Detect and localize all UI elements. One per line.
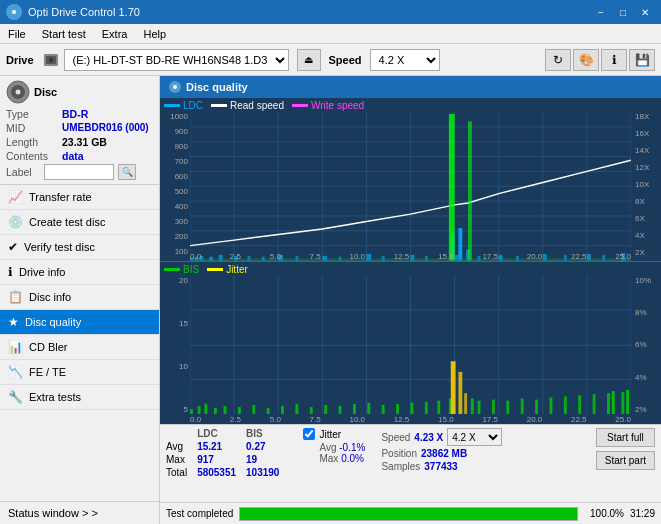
y-right-8pct: 8% — [635, 308, 659, 317]
menu-extra[interactable]: Extra — [98, 27, 132, 41]
svg-rect-115 — [612, 391, 615, 414]
svg-rect-97 — [425, 401, 428, 414]
sidebar-item-transfer-rate[interactable]: 📈 Transfer rate — [0, 185, 159, 210]
eject-button[interactable]: ⏏ — [297, 49, 321, 71]
save-button[interactable]: 💾 — [629, 49, 655, 71]
speed-select[interactable]: 4.2 X — [370, 49, 440, 71]
info-button[interactable]: ℹ — [601, 49, 627, 71]
y-top-700: 700 — [162, 157, 188, 166]
y-right-8x: 8X — [635, 197, 659, 206]
legend-ldc-label: LDC — [183, 100, 203, 111]
legend-bis-label: BIS — [183, 264, 199, 275]
y-right-6pct: 6% — [635, 340, 659, 349]
avg-ldc: 15.21 — [197, 440, 246, 453]
app-icon — [6, 4, 22, 20]
window-controls: − □ ✕ — [591, 3, 655, 21]
svg-rect-89 — [310, 407, 313, 414]
progress-bar-fill — [240, 508, 577, 520]
jitter-label: Jitter — [319, 429, 341, 440]
start-full-button[interactable]: Start full — [596, 428, 655, 447]
x-bot-5: 5.0 — [270, 415, 281, 424]
minimize-button[interactable]: − — [591, 3, 611, 21]
sidebar-item-disc-quality[interactable]: ★ Disc quality — [0, 310, 159, 335]
svg-point-1 — [12, 10, 16, 14]
speed-stat-val: 4.23 X — [414, 432, 443, 443]
legend-read-speed: Read speed — [211, 100, 284, 111]
svg-rect-109 — [550, 397, 553, 414]
sidebar-item-disc-info-label: Disc info — [29, 291, 71, 303]
theme-button[interactable]: 🎨 — [573, 49, 599, 71]
status-window-button[interactable]: Status window > > — [0, 501, 159, 524]
menu-help[interactable]: Help — [139, 27, 170, 41]
svg-rect-85 — [252, 404, 255, 414]
svg-rect-96 — [411, 402, 414, 414]
disc-label-input[interactable] — [44, 164, 114, 180]
y-top-500: 500 — [162, 187, 188, 196]
svg-rect-108 — [535, 399, 538, 414]
bis-dot — [164, 268, 180, 271]
x-top-10: 10.0 — [349, 252, 365, 261]
row-avg-label: Avg — [166, 440, 197, 453]
menu-start-test[interactable]: Start test — [38, 27, 90, 41]
legend-read-speed-label: Read speed — [230, 100, 284, 111]
samples-val: 377433 — [424, 461, 457, 472]
svg-rect-88 — [295, 403, 298, 414]
menu-file[interactable]: File — [4, 27, 30, 41]
svg-rect-113 — [607, 393, 610, 414]
disc-label-search-button[interactable]: 🔍 — [118, 164, 136, 180]
svg-rect-101 — [458, 371, 462, 414]
cd-bler-icon: 📊 — [8, 340, 23, 354]
max-ldc: 917 — [197, 453, 246, 466]
close-button[interactable]: ✕ — [635, 3, 655, 21]
drive-select[interactable]: (E:) HL-DT-ST BD-RE WH16NS48 1.D3 — [64, 49, 289, 71]
disc-length-val: 23.31 GB — [62, 136, 107, 148]
disc-label-key: Label — [6, 166, 40, 178]
x-bot-25: 25.0 — [615, 415, 631, 424]
x-bot-17: 17.5 — [482, 415, 498, 424]
start-part-button[interactable]: Start part — [596, 451, 655, 470]
fe-te-icon: 📉 — [8, 365, 23, 379]
y-top-600: 600 — [162, 172, 188, 181]
row-total-label: Total — [166, 466, 197, 479]
avg-bis: 0.27 — [246, 440, 289, 453]
legend-write-speed: Write speed — [292, 100, 364, 111]
svg-rect-87 — [281, 405, 284, 414]
drive-icon — [42, 51, 60, 69]
sidebar-item-create-test-disc[interactable]: 💿 Create test disc — [0, 210, 159, 235]
disc-length-key: Length — [6, 136, 62, 148]
bottom-chart-svg — [190, 276, 631, 415]
progress-pct: 100.0% — [584, 508, 624, 519]
sidebar-item-disc-info[interactable]: 📋 Disc info — [0, 285, 159, 310]
sidebar-item-fe-te[interactable]: 📉 FE / TE — [0, 360, 159, 385]
sidebar-item-disc-quality-label: Disc quality — [25, 316, 81, 328]
sidebar-item-verify-test-disc-label: Verify test disc — [24, 241, 95, 253]
svg-point-7 — [16, 90, 21, 95]
jitter-checkbox[interactable] — [303, 428, 315, 440]
y-right-14x: 14X — [635, 146, 659, 155]
x-bot-22: 22.5 — [571, 415, 587, 424]
x-top-12: 12.5 — [394, 252, 410, 261]
speed-stat-select[interactable]: 4.2 X — [447, 428, 502, 446]
y-right-10pct: 10% — [635, 276, 659, 285]
y-right-4x: 4X — [635, 231, 659, 240]
y-bot-10: 10 — [162, 362, 188, 371]
svg-rect-106 — [506, 400, 509, 414]
x-bot-0: 0.0 — [190, 415, 201, 424]
svg-rect-110 — [564, 396, 567, 414]
disc-mid-key: MID — [6, 122, 62, 134]
y-right-6x: 6X — [635, 214, 659, 223]
create-test-disc-icon: 💿 — [8, 215, 23, 229]
maximize-button[interactable]: □ — [613, 3, 633, 21]
svg-rect-91 — [339, 405, 342, 414]
svg-rect-102 — [464, 393, 467, 414]
refresh-button[interactable]: ↻ — [545, 49, 571, 71]
y-bot-15: 15 — [162, 319, 188, 328]
position-label: Position — [381, 448, 417, 459]
sidebar-item-verify-test-disc[interactable]: ✔ Verify test disc — [0, 235, 159, 260]
sidebar-item-drive-info[interactable]: ℹ Drive info — [0, 260, 159, 285]
sidebar-item-cd-bler[interactable]: 📊 CD Bler — [0, 335, 159, 360]
title-bar: Opti Drive Control 1.70 − □ ✕ — [0, 0, 661, 24]
svg-rect-107 — [521, 398, 524, 414]
svg-rect-92 — [353, 403, 356, 414]
sidebar-item-extra-tests[interactable]: 🔧 Extra tests — [0, 385, 159, 410]
